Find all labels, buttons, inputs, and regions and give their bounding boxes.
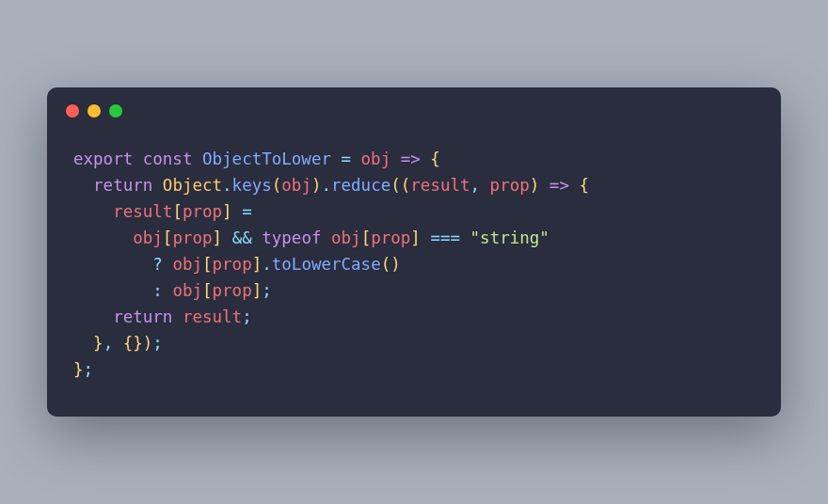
code-token: . <box>262 255 272 274</box>
code-token: obj <box>133 228 163 247</box>
code-token: ; <box>152 334 163 353</box>
code-token: reduce <box>331 176 390 195</box>
code-token: obj <box>281 176 311 195</box>
code-token: => <box>401 150 421 168</box>
code-token: prop <box>183 202 222 221</box>
code-token: ) <box>143 334 153 353</box>
code-token: typeof <box>262 228 331 247</box>
code-token <box>390 150 401 168</box>
code-token: . <box>222 176 232 195</box>
code-token <box>222 228 232 247</box>
code-token: : <box>152 281 163 300</box>
code-token <box>569 176 580 195</box>
code-token <box>539 176 549 195</box>
code-token: = <box>331 150 361 168</box>
code-token: ] <box>410 228 421 247</box>
code-token <box>460 228 470 247</box>
code-token: [ <box>202 281 213 300</box>
code-token: const <box>143 150 202 168</box>
maximize-icon[interactable] <box>109 104 122 118</box>
code-token: ; <box>84 360 94 379</box>
code-token: . <box>321 176 331 195</box>
code-token <box>73 176 93 195</box>
code-token: obj <box>361 150 391 168</box>
code-token <box>252 228 263 247</box>
code-token: = <box>232 202 252 221</box>
minimize-icon[interactable] <box>88 104 101 118</box>
code-token: => <box>549 176 569 195</box>
code-token: ] <box>213 228 223 247</box>
code-token <box>73 281 152 300</box>
code-token <box>163 255 173 274</box>
code-token <box>73 255 152 274</box>
code-token: (( <box>390 176 410 195</box>
code-token <box>73 228 133 247</box>
code-token: obj <box>172 281 202 300</box>
code-window: export const ObjectToLower = obj => { re… <box>47 87 781 417</box>
code-token: prop <box>371 228 410 247</box>
code-token: ] <box>252 255 263 274</box>
code-token <box>73 334 93 353</box>
code-token <box>163 281 173 300</box>
code-token: [ <box>163 228 173 247</box>
code-token: return <box>113 307 183 326</box>
code-token <box>421 228 431 247</box>
code-token: && <box>232 228 252 247</box>
code-token: obj <box>172 255 202 274</box>
code-token: ; <box>242 307 252 326</box>
close-icon[interactable] <box>66 104 79 118</box>
code-token: keys <box>232 176 272 195</box>
code-token: export <box>73 150 143 168</box>
code-token: obj <box>331 228 361 247</box>
code-token: result <box>410 176 470 195</box>
code-token: } <box>73 360 84 379</box>
code-token: ; <box>262 281 272 300</box>
code-token: [ <box>172 202 183 221</box>
code-token: ] <box>222 202 232 221</box>
code-token <box>73 307 113 326</box>
code-token: === <box>430 228 460 247</box>
code-token: , <box>470 176 490 195</box>
code-token: return <box>93 176 163 195</box>
code-token: toLowerCase <box>272 255 381 274</box>
code-token: { <box>430 150 440 168</box>
code-token: [ <box>361 228 372 247</box>
code-token: } <box>93 334 104 353</box>
code-token: "string" <box>470 228 549 247</box>
code-token: [ <box>202 255 213 274</box>
code-token: prop <box>213 255 252 274</box>
code-token: prop <box>213 281 252 300</box>
code-token: {} <box>123 334 143 353</box>
code-token: Object <box>163 176 222 195</box>
code-token: , <box>104 334 123 353</box>
code-token: ) <box>311 176 322 195</box>
code-token: () <box>381 255 401 274</box>
code-token: ObjectToLower <box>202 150 331 168</box>
code-token: prop <box>490 176 530 195</box>
code-token: result <box>113 202 172 221</box>
code-token <box>421 150 431 168</box>
code-token: { <box>579 176 589 195</box>
code-token: result <box>183 307 242 326</box>
code-token: ) <box>530 176 540 195</box>
code-token: ? <box>152 255 163 274</box>
titlebar <box>47 87 781 127</box>
code-token: ] <box>252 281 263 300</box>
code-block: export const ObjectToLower = obj => { re… <box>47 127 781 417</box>
code-token: prop <box>172 228 212 247</box>
code-token: ( <box>272 176 282 195</box>
code-token <box>73 202 113 221</box>
